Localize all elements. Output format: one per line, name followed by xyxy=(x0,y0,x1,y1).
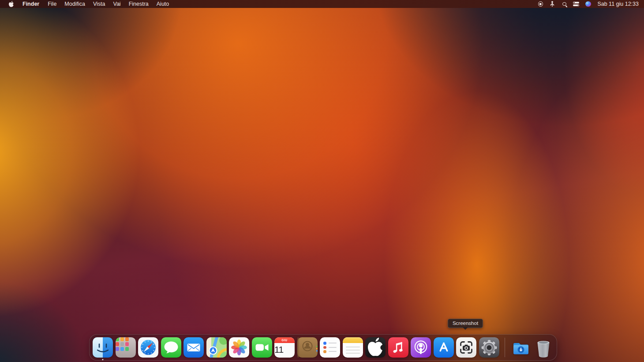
app-store-icon xyxy=(434,337,454,358)
spotlight-search-icon[interactable] xyxy=(560,0,569,8)
apple-logo-icon xyxy=(8,1,14,8)
apple-logo-small-icon xyxy=(365,337,386,358)
dock-item-calendar[interactable]: GIU 11 xyxy=(274,337,295,358)
screen-recording-stop-icon[interactable] xyxy=(536,0,545,8)
control-center-icon[interactable] xyxy=(572,0,580,8)
messages-icon xyxy=(161,337,181,358)
notes-icon xyxy=(343,337,363,358)
dock-tooltip: Screenshot xyxy=(448,319,483,328)
photos-icon xyxy=(229,337,249,358)
downloads-folder-icon xyxy=(511,337,531,358)
launchpad-icon xyxy=(116,337,136,358)
menu-bar: Finder File Modifica Vista Vai Finestra … xyxy=(0,0,644,8)
dock-item-finder[interactable] xyxy=(93,337,113,358)
safari-icon xyxy=(138,337,158,358)
maps-icon xyxy=(206,337,227,358)
menu-bar-clock[interactable]: Sab 11 giu 12:33 xyxy=(595,1,639,7)
dock: GIU 11 xyxy=(89,334,557,361)
menu-vista[interactable]: Vista xyxy=(89,0,109,8)
dock-item-facetime[interactable] xyxy=(252,337,272,358)
apple-menu[interactable] xyxy=(4,0,18,8)
menu-aiuto[interactable]: Aiuto xyxy=(153,0,173,8)
dock-item-mail[interactable] xyxy=(183,337,204,358)
dock-item-downloads[interactable] xyxy=(511,337,531,358)
facetime-icon xyxy=(252,337,272,358)
dock-separator xyxy=(505,338,505,357)
desktop[interactable]: Finder File Modifica Vista Vai Finestra … xyxy=(0,0,644,362)
dock-item-messages[interactable] xyxy=(161,337,181,358)
screenshot-icon xyxy=(456,337,476,358)
calendar-day: 11 xyxy=(274,345,295,354)
contacts-icon xyxy=(297,337,318,358)
dock-item-photos[interactable] xyxy=(229,337,249,358)
menu-vai[interactable]: Vai xyxy=(109,0,124,8)
dock-item-apple-tv[interactable]: tv xyxy=(365,337,386,358)
menu-modifica[interactable]: Modifica xyxy=(60,0,89,8)
trash-icon xyxy=(533,337,554,358)
dock-item-system-settings[interactable] xyxy=(479,337,499,358)
dock-item-screenshot[interactable] xyxy=(456,337,476,358)
dock-item-safari[interactable] xyxy=(138,337,158,358)
accessibility-antenna-icon[interactable] xyxy=(548,0,557,8)
menu-finestra[interactable]: Finestra xyxy=(125,0,153,8)
menu-finder[interactable]: Finder xyxy=(18,0,44,8)
calendar-month: GIU xyxy=(274,337,295,343)
dock-item-reminders[interactable] xyxy=(320,337,340,358)
finder-icon xyxy=(93,337,113,358)
siri-icon[interactable] xyxy=(584,0,592,8)
dock-item-music[interactable] xyxy=(388,337,408,358)
system-settings-icon xyxy=(479,337,499,358)
dock-item-app-store[interactable] xyxy=(434,337,454,358)
apple-tv-icon: tv xyxy=(365,337,386,358)
dock-item-contacts[interactable] xyxy=(297,337,318,358)
music-icon xyxy=(388,337,408,358)
podcasts-icon xyxy=(411,337,431,358)
mail-icon xyxy=(183,337,204,358)
calendar-icon: GIU 11 xyxy=(274,337,295,358)
dock-item-notes[interactable] xyxy=(343,337,363,358)
menu-file[interactable]: File xyxy=(44,0,60,8)
dock-item-trash[interactable] xyxy=(533,337,554,358)
reminders-icon xyxy=(320,337,340,358)
dock-item-launchpad[interactable] xyxy=(116,337,136,358)
dock-item-maps[interactable] xyxy=(206,337,227,358)
dock-item-podcasts[interactable] xyxy=(411,337,431,358)
